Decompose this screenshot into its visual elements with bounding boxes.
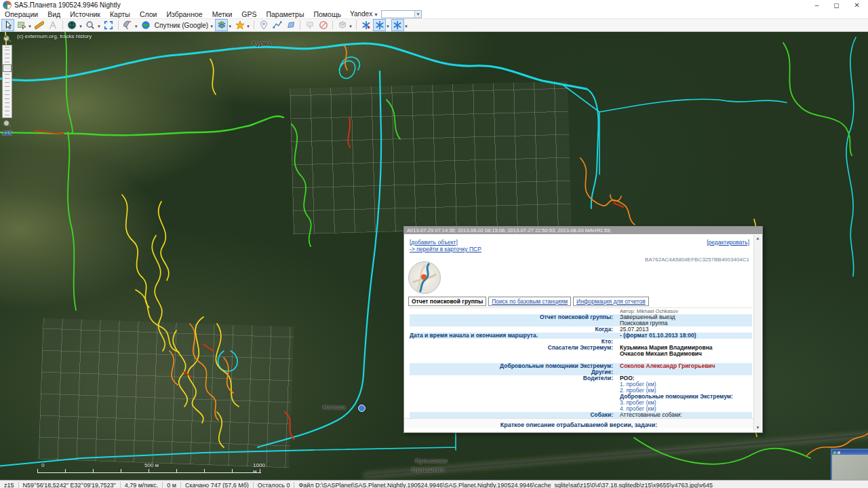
- status-zoom: z15: [0, 482, 19, 488]
- zoom-slider[interactable]: [2, 45, 12, 118]
- select-region-icon: [17, 20, 26, 30]
- zoom-tool-button[interactable]: [84, 19, 97, 31]
- goto-psr-card-link[interactable]: -> перейти в карточку ПСР: [410, 246, 481, 252]
- tab-search-group-report[interactable]: Отчет поисковой группы: [408, 297, 486, 306]
- maximize-button[interactable]: ◻: [833, 2, 839, 9]
- add-placemark-button[interactable]: [257, 19, 270, 31]
- tab-report-info[interactable]: Информация для отчетов: [573, 297, 649, 306]
- report-row-label: Спасатели Экстремум:: [410, 345, 620, 363]
- chevron-down-icon[interactable]: ▼: [97, 24, 101, 29]
- record-hash: BA762AC4A5804EFBC3257BB4003404C1: [645, 257, 749, 263]
- scale-500: 500 м: [144, 462, 159, 468]
- download-manager-button[interactable]: [121, 19, 134, 31]
- status-remaining: Осталось 0: [254, 482, 295, 488]
- report-row-label: Дата и время начала и окончания маршрута…: [410, 333, 620, 339]
- chevron-down-icon[interactable]: ▼: [134, 24, 138, 29]
- menu-bar: ОперацииВидИсточникКартыСлоиИзбранноеМет…: [0, 10, 868, 19]
- gps-options-button[interactable]: [391, 19, 404, 31]
- search-engine-select[interactable]: Yandex ▼: [350, 10, 379, 18]
- add-path-button[interactable]: [271, 19, 283, 31]
- dark-globe-icon: [67, 20, 77, 30]
- menu-item-4[interactable]: Слои: [135, 10, 162, 18]
- search-dropdown-icon[interactable]: ▼: [414, 11, 421, 18]
- chevron-down-icon[interactable]: ▼: [28, 24, 32, 29]
- route-icon: [273, 20, 282, 30]
- chevron-down-icon[interactable]: ▼: [228, 24, 232, 29]
- report-row-value: [620, 369, 752, 375]
- status-bar: z15 N59°56'18,5242" E32°09'19,7523" 4,79…: [0, 480, 868, 488]
- title-bar: SAS.Планета 190524.9946 Nightly – ◻ ✕: [0, 0, 868, 10]
- menu-item-6[interactable]: Метки: [208, 10, 237, 18]
- panel-scrollbar[interactable]: ▲ ▼: [753, 235, 762, 431]
- naташа-marker[interactable]: [358, 405, 366, 412]
- report-row: Другие:: [410, 369, 752, 375]
- chevron-down-icon[interactable]: ▼: [349, 24, 353, 29]
- layers-button[interactable]: [215, 19, 228, 31]
- fullscreen-button[interactable]: [102, 19, 115, 31]
- report-row-label: Водители:: [410, 375, 620, 412]
- selection-tool-button[interactable]: [15, 19, 28, 31]
- hide-marks-button[interactable]: [317, 19, 330, 31]
- report-table: Автор: Mikhael OchkasovОтчет поисковой г…: [410, 307, 752, 425]
- gps-connect-button[interactable]: [359, 19, 372, 31]
- favorites-button[interactable]: [233, 19, 246, 31]
- divider-tool-button[interactable]: [47, 19, 60, 31]
- menu-item-2[interactable]: Источник: [65, 10, 105, 18]
- chevron-down-icon[interactable]: ▼: [386, 24, 390, 29]
- panel-title: А013-07-29 07:14:35; 2013-08-02 08:15:06…: [404, 227, 762, 234]
- gps-star-icon: [375, 20, 384, 30]
- map-place-label: Наташа: [323, 404, 345, 411]
- cursor-tool-button[interactable]: [1, 19, 14, 31]
- zoom-out-button[interactable]: [3, 119, 12, 128]
- extremum-logo: [408, 261, 441, 294]
- status-elevation: 0 м: [163, 482, 181, 488]
- ruler-tool-button[interactable]: [33, 19, 46, 31]
- cube-icon: [338, 20, 347, 30]
- menu-item-5[interactable]: Избранное: [161, 10, 207, 18]
- search-input[interactable]: ▼: [381, 10, 422, 18]
- menu-item-8[interactable]: Параметры: [261, 10, 309, 18]
- polygon-icon: [286, 20, 296, 30]
- report-footer: Краткое описание отрабатываемой версии, …: [404, 418, 753, 428]
- gps-track-button[interactable]: [373, 19, 386, 31]
- map-source-button[interactable]: [140, 19, 153, 31]
- menu-item-7[interactable]: GPS: [237, 10, 261, 18]
- report-row-value: - (формат 01.10.2013 18:00): [620, 333, 752, 339]
- zoom-in-button[interactable]: +: [3, 35, 12, 43]
- app-icon: [3, 1, 12, 10]
- ruler-icon: [35, 20, 44, 30]
- map-source-label[interactable]: Спутник (Google): [155, 22, 208, 29]
- report-row: Водители:РОО:1. пробег (км)2. пробег (км…: [410, 375, 752, 412]
- fullscreen-icon: [104, 20, 113, 30]
- menu-item-3[interactable]: Карты: [105, 10, 135, 18]
- zoom-slider-thumb[interactable]: [3, 64, 12, 72]
- map-canvas[interactable]: (c) externum.org, tracks history КурмаНа…: [0, 32, 868, 480]
- grids-button[interactable]: [336, 19, 349, 31]
- chevron-down-icon[interactable]: ▼: [210, 24, 214, 29]
- chevron-down-icon[interactable]: ▼: [246, 24, 250, 29]
- overview-mini-window[interactable]: [831, 449, 868, 480]
- scroll-down-icon[interactable]: ▼: [756, 426, 760, 430]
- gps-star-icon: [393, 20, 402, 30]
- scroll-up-icon[interactable]: ▲: [756, 236, 760, 240]
- edit-link[interactable]: [редактировать]: [707, 239, 749, 246]
- menu-item-1[interactable]: Вид: [43, 10, 65, 18]
- compass-divider-icon: [48, 20, 58, 30]
- chevron-down-icon[interactable]: ▼: [404, 24, 408, 29]
- mini-window-icon: [837, 451, 840, 454]
- report-row-value: Очкасов Михаил Вадимович: [620, 351, 752, 357]
- window-title: SAS.Планета 190524.9946 Nightly: [14, 1, 121, 9]
- menu-item-0[interactable]: Операции: [0, 10, 43, 18]
- minimize-button[interactable]: –: [815, 2, 819, 9]
- status-resolution: 4,79 м/пикс.: [121, 482, 163, 488]
- placemark-info-panel: А013-07-29 07:14:35; 2013-08-02 08:15:06…: [403, 226, 763, 433]
- tab-base-stations-search[interactable]: Поиск по базовым станциям: [488, 297, 571, 306]
- add-polygon-button[interactable]: [284, 19, 297, 31]
- chevron-down-icon[interactable]: ▼: [79, 24, 83, 29]
- cursor-icon: [3, 20, 13, 30]
- placemark-manager-button[interactable]: [303, 19, 316, 31]
- menu-item-9[interactable]: Помощь: [309, 10, 346, 18]
- close-button[interactable]: ✕: [854, 2, 860, 9]
- globe-view-button[interactable]: [66, 19, 79, 31]
- add-object-link[interactable]: [добавить объект]: [410, 239, 458, 246]
